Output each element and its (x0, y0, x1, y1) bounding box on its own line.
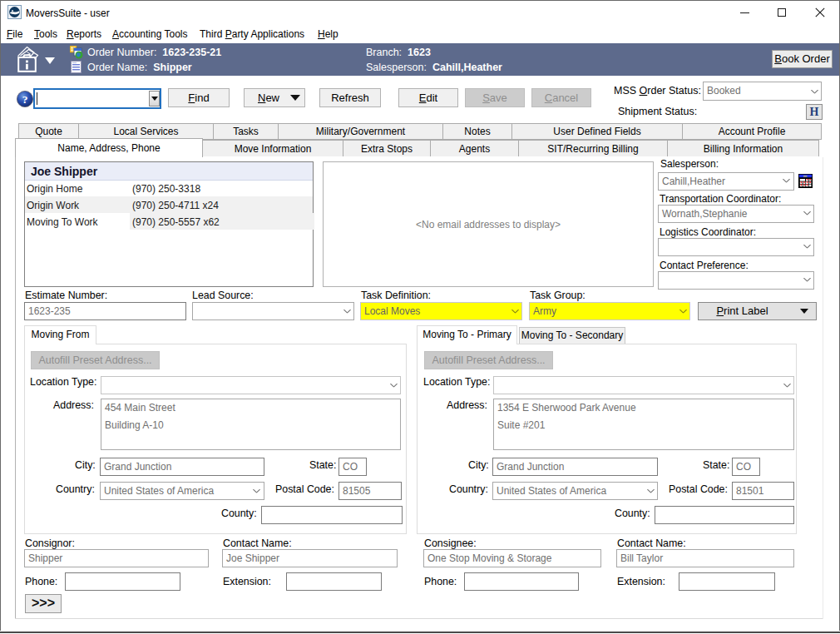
svg-text:?: ? (22, 93, 28, 106)
